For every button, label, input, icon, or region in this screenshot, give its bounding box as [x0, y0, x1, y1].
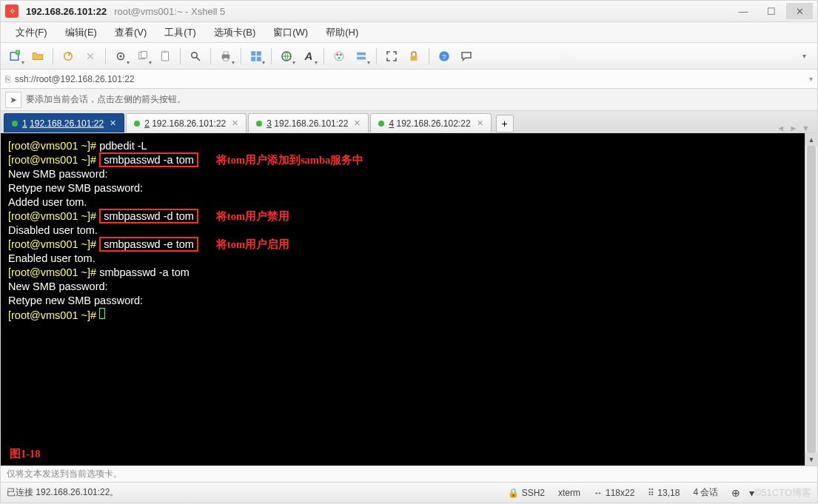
scroll-thumb[interactable] — [807, 146, 816, 453]
new-tab-button[interactable]: + — [496, 115, 514, 132]
tab-list-icon[interactable]: ▼ — [802, 124, 810, 132]
status-dot-icon — [378, 121, 384, 127]
svg-rect-7 — [141, 51, 147, 58]
hosts-icon[interactable] — [351, 46, 372, 67]
session-tab-4[interactable]: 4 192.168.26.102:22 ✕ — [370, 113, 491, 132]
menu-help[interactable]: 帮助(H) — [317, 23, 367, 42]
terminal-line: [root@vms001 ~]# smbpasswd -d tom将tom用户禁… — [8, 209, 797, 224]
tab-index: 1 — [22, 118, 27, 129]
hint-text: 要添加当前会话，点击左侧的箭头按钮。 — [26, 93, 186, 106]
session-tab-1[interactable]: 1 192.168.26.101:22 ✕ — [4, 113, 124, 132]
copy-icon[interactable] — [133, 46, 153, 67]
tab-prev-icon[interactable]: ◄ — [777, 124, 785, 132]
scroll-track[interactable] — [805, 146, 817, 453]
hint-bar: ➤ 要添加当前会话，点击左侧的箭头按钮。 — [0, 89, 818, 111]
address-url[interactable]: ssh://root@192.168.26.101:22 — [15, 74, 135, 84]
scroll-up-icon[interactable]: ▲ — [805, 133, 817, 146]
paste-icon[interactable] — [155, 46, 175, 67]
status-term-type: xterm — [558, 488, 580, 498]
chat-icon[interactable] — [456, 46, 477, 67]
find-icon[interactable] — [185, 46, 206, 67]
tab-close-icon[interactable]: ✕ — [354, 118, 361, 128]
terminal-scrollbar[interactable]: ▲ ▼ — [805, 133, 817, 466]
input-hint[interactable]: 仅将文本发送到当前选项卡。 — [0, 466, 818, 483]
svg-line-11 — [197, 57, 201, 61]
help-icon[interactable]: ? — [434, 46, 455, 67]
status-bar: 已连接 192.168.26.101:22。 🔒SSH2 xterm ↔118x… — [0, 483, 818, 503]
window-title-main: 192.168.26.101:22 — [26, 6, 107, 17]
close-button[interactable]: ✕ — [786, 3, 813, 19]
svg-rect-8 — [162, 52, 169, 61]
open-icon[interactable] — [27, 46, 48, 67]
terminal-line: Enabled user tom. — [8, 252, 797, 266]
colors-icon[interactable] — [329, 46, 349, 67]
svg-rect-15 — [251, 51, 255, 56]
terminal[interactable]: [root@vms001 ~]# pdbedit -L[root@vms001 … — [1, 133, 805, 466]
scroll-down-icon[interactable]: ▼ — [805, 453, 817, 466]
layout-icon[interactable] — [246, 46, 266, 67]
font-icon[interactable]: A — [298, 46, 319, 67]
print-icon[interactable] — [215, 46, 236, 67]
svg-point-20 — [335, 52, 343, 61]
terminal-line: [root@vms001 ~]# pdbedit -L — [8, 139, 797, 153]
properties-icon[interactable] — [110, 46, 131, 67]
lock-icon[interactable] — [403, 46, 424, 67]
figure-label: 图1-18 — [10, 447, 41, 461]
status-session-count: 4 会话 — [693, 486, 718, 499]
reconnect-icon[interactable] — [58, 46, 78, 67]
app-icon: ✧ — [5, 4, 19, 18]
svg-point-22 — [340, 53, 342, 56]
watermark: ©51CTO博客 — [754, 486, 811, 500]
session-tab-2[interactable]: 2 192.168.26.101:22 ✕ — [126, 113, 247, 132]
minimize-button[interactable]: — — [730, 3, 757, 19]
address-lock-icon: ⎘ — [5, 74, 10, 84]
add-session-arrow-button[interactable]: ➤ — [5, 92, 21, 108]
terminal-line: Retype new SMB password: — [8, 294, 797, 308]
title-bar: ✧ 192.168.26.101:22 root@vms001:~ - Xshe… — [0, 0, 818, 22]
terminal-line: Disabled user tom. — [8, 224, 797, 238]
status-dot-icon — [256, 121, 262, 127]
svg-point-23 — [338, 56, 341, 58]
tab-next-icon[interactable]: ► — [789, 124, 797, 132]
menu-tools[interactable]: 工具(T) — [155, 23, 205, 42]
status-dot-icon — [134, 121, 140, 127]
svg-text:?: ? — [442, 52, 446, 60]
menu-window[interactable]: 窗口(W) — [264, 23, 317, 42]
menu-tabs[interactable]: 选项卡(B) — [205, 23, 264, 42]
svg-rect-26 — [411, 56, 418, 61]
fullscreen-icon[interactable] — [381, 46, 402, 67]
tab-label: 192.168.26.101:22 — [152, 118, 226, 129]
status-size: ↔118x22 — [594, 488, 634, 498]
disconnect-icon[interactable] — [80, 46, 101, 67]
new-session-icon[interactable]: + — [5, 46, 26, 67]
tab-close-icon[interactable]: ✕ — [232, 118, 238, 128]
menu-file[interactable]: 文件(F) — [7, 23, 56, 42]
address-overflow-icon[interactable]: ▾ — [809, 75, 813, 83]
svg-rect-13 — [224, 52, 228, 55]
address-bar: ⎘ ssh://root@192.168.26.101:22 ▾ — [0, 70, 818, 89]
tab-label: 192.168.26.101:22 — [274, 118, 348, 129]
tab-close-icon[interactable]: ✕ — [110, 118, 116, 128]
maximize-button[interactable]: ☐ — [758, 3, 785, 19]
svg-point-3 — [64, 52, 73, 60]
tab-close-icon[interactable]: ✕ — [477, 118, 483, 128]
terminal-line: Retype new SMB password: — [8, 181, 797, 195]
session-tab-3[interactable]: 3 192.168.26.101:22 ✕ — [248, 113, 369, 132]
terminal-line: [root@vms001 ~]# smbpasswd -a tom — [8, 266, 797, 280]
status-protocol: 🔒SSH2 — [508, 488, 545, 498]
tab-nav: ◄ ► ▼ — [777, 124, 814, 132]
tab-index: 3 — [266, 118, 272, 129]
terminal-line: [root@vms001 ~]# — [8, 308, 797, 323]
toolbar: + A ? ▾ — [0, 43, 818, 70]
menu-edit[interactable]: 编辑(E) — [56, 23, 106, 42]
menu-view[interactable]: 查看(V) — [106, 23, 155, 42]
svg-rect-17 — [251, 56, 255, 61]
terminal-line: Added user tom. — [8, 195, 797, 209]
svg-point-21 — [336, 53, 338, 56]
tab-index: 2 — [144, 118, 150, 129]
terminal-line: [root@vms001 ~]# smbpasswd -a tom将tom用户添… — [8, 153, 797, 167]
encoding-icon[interactable] — [276, 46, 297, 67]
toolbar-overflow-icon[interactable]: ▾ — [802, 52, 813, 60]
status-overflow-icon[interactable]: ⊕ ▾ — [731, 487, 754, 499]
svg-rect-18 — [257, 56, 261, 61]
